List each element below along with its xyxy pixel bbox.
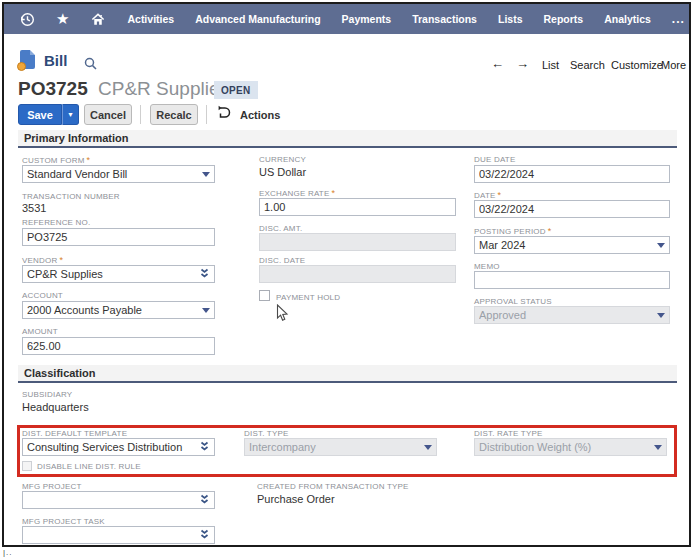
top-navigation-bar: ★ Activities Advanced Manufacturing Paym…: [4, 4, 689, 34]
shortcuts-icon[interactable]: ★: [56, 11, 69, 27]
disable-line-dist-rule-label: DISABLE LINE DIST. RULE: [37, 462, 141, 471]
mouse-cursor: [276, 304, 289, 327]
subsidiary-value: Headquarters: [22, 401, 89, 413]
record-title: PO3725 CP&R Supplies: [18, 78, 229, 100]
header-link-search[interactable]: Search: [570, 59, 605, 71]
header-link-customize[interactable]: Customize: [611, 59, 663, 71]
actions-label: Actions: [240, 109, 280, 121]
double-chevron-icon: [199, 494, 210, 507]
status-badge: OPEN: [214, 81, 258, 99]
nav-item-activities[interactable]: Activities: [127, 13, 174, 25]
disc-amt-label: DISC. AMT.: [259, 224, 302, 233]
created-from-transaction-type-value: Purchase Order: [257, 493, 335, 505]
dropdown-arrow-icon: [657, 313, 665, 318]
memo-input[interactable]: [474, 271, 670, 289]
reference-no-label: REFERENCE NO.: [22, 218, 90, 227]
nav-overflow-menu[interactable]: ...: [672, 12, 685, 26]
transaction-number-label: TRANSACTION NUMBER: [22, 192, 120, 201]
dropdown-arrow-icon: [202, 172, 210, 177]
disable-line-dist-rule-checkbox[interactable]: [22, 461, 32, 471]
posting-period-label: POSTING PERIOD*: [474, 226, 551, 236]
required-marker: *: [59, 255, 63, 265]
section-header-classification: Classification: [18, 365, 677, 383]
mfg-project-task-label: MFG PROJECT TASK: [22, 517, 105, 526]
required-marker: *: [331, 188, 335, 198]
record-search-icon[interactable]: [84, 56, 97, 74]
required-marker: *: [498, 190, 502, 200]
recalc-button[interactable]: Recalc: [150, 104, 198, 125]
date-label: DATE*: [474, 190, 501, 200]
vendor-label: VENDOR*: [22, 255, 63, 265]
created-from-transaction-type-label: CREATED FROM TRANSACTION TYPE: [257, 482, 409, 491]
exchange-rate-label: EXCHANGE RATE*: [259, 188, 335, 198]
nav-item-reports[interactable]: Reports: [543, 13, 583, 25]
record-name: CP&R Supplies: [98, 78, 229, 99]
actions-menu[interactable]: Actions: [216, 105, 280, 124]
date-input[interactable]: [474, 200, 670, 218]
cancel-button[interactable]: Cancel: [84, 104, 132, 125]
dropdown-arrow-icon: [654, 445, 662, 450]
save-dropdown-arrow-icon[interactable]: ▼: [62, 104, 79, 125]
approval-status-label: APPROVAL STATUS: [474, 297, 552, 306]
dropdown-arrow-icon: [202, 308, 210, 313]
recent-records-icon[interactable]: [20, 11, 35, 27]
custom-form-select[interactable]: Standard Vendor Bill: [22, 165, 215, 183]
dist-rate-type-select: Distribution Weight (%): [474, 438, 667, 456]
currency-value: US Dollar: [259, 166, 306, 178]
disc-amt-input: [259, 233, 456, 251]
mfg-project-label: MFG PROJECT: [22, 482, 82, 491]
disc-date-label: DISC. DATE: [259, 256, 305, 265]
forward-arrow-icon[interactable]: →: [516, 56, 529, 71]
home-icon[interactable]: [90, 11, 106, 27]
double-chevron-icon: [199, 441, 210, 454]
nav-item-lists[interactable]: Lists: [498, 13, 523, 25]
header-link-list[interactable]: List: [542, 59, 559, 71]
toolbar-divider: [206, 105, 207, 124]
dropdown-arrow-icon: [424, 445, 432, 450]
transaction-number-value: 3531: [22, 202, 46, 214]
screenshot-edge-artifact: |..: [3, 548, 13, 557]
account-label: ACCOUNT: [22, 291, 63, 300]
posting-period-select[interactable]: Mar 2024: [474, 236, 670, 254]
record-type-title: Bill: [44, 52, 67, 69]
nav-item-analytics[interactable]: Analytics: [604, 13, 651, 25]
double-chevron-icon: [199, 268, 210, 281]
currency-label: CURRENCY: [259, 155, 306, 164]
memo-label: MEMO: [474, 262, 500, 271]
exchange-rate-input[interactable]: [259, 198, 456, 216]
mfg-project-select[interactable]: [22, 491, 215, 509]
vendor-select[interactable]: CP&R Supplies: [22, 265, 215, 283]
nav-item-transactions[interactable]: Transactions: [412, 13, 477, 25]
dist-type-label: DIST. TYPE: [244, 429, 289, 438]
save-button[interactable]: Save: [18, 104, 62, 125]
reference-no-input[interactable]: [22, 228, 215, 246]
actions-icon: [216, 105, 231, 124]
required-marker: *: [87, 155, 91, 165]
account-select[interactable]: 2000 Accounts Payable: [22, 301, 215, 319]
dist-default-template-label: DIST. DEFAULT TEMPLATE: [22, 429, 127, 438]
due-date-label: DUE DATE: [474, 155, 515, 164]
amount-input[interactable]: [22, 337, 215, 355]
double-chevron-icon: [199, 529, 210, 542]
record-id: PO3725: [18, 78, 88, 99]
app-window: ★ Activities Advanced Manufacturing Paym…: [2, 2, 691, 547]
bill-record-icon: [20, 50, 35, 69]
subsidiary-label: SUBSIDIARY: [22, 390, 72, 399]
mfg-project-task-select[interactable]: [22, 526, 215, 544]
dist-type-select: Intercompany: [244, 438, 437, 456]
approval-status-select: Approved: [474, 306, 670, 324]
payment-hold-checkbox[interactable]: [259, 290, 270, 301]
due-date-input[interactable]: [474, 165, 670, 183]
dropdown-arrow-icon: [657, 243, 665, 248]
section-header-primary-information: Primary Information: [18, 130, 677, 148]
disc-date-input: [259, 265, 456, 283]
payment-hold-label: PAYMENT HOLD: [276, 293, 340, 302]
nav-item-payments[interactable]: Payments: [342, 13, 392, 25]
header-link-more[interactable]: More: [661, 59, 686, 71]
required-marker: *: [548, 226, 552, 236]
back-arrow-icon[interactable]: ←: [491, 56, 504, 71]
nav-item-advanced-manufacturing[interactable]: Advanced Manufacturing: [195, 13, 320, 25]
dist-default-template-select[interactable]: Consulting Services Distribution: [22, 438, 215, 456]
dist-rate-type-label: DIST. RATE TYPE: [474, 429, 543, 438]
toolbar-divider: [140, 105, 141, 124]
